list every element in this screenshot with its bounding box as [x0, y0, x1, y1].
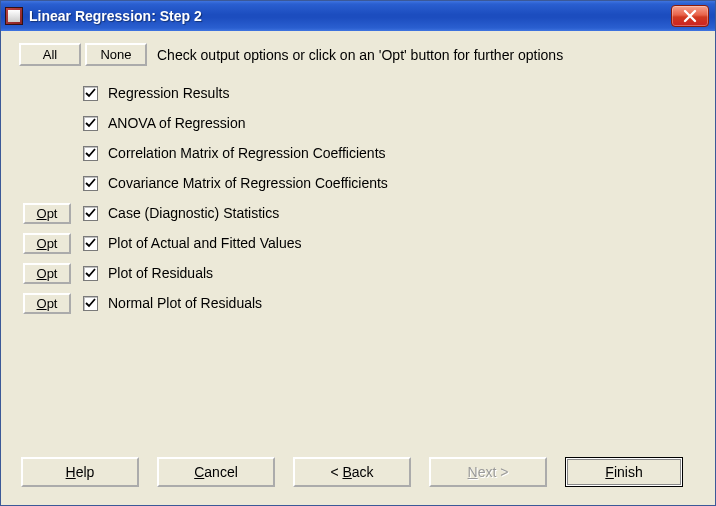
option-row: Correlation Matrix of Regression Coeffic…	[23, 138, 697, 168]
checkbox[interactable]	[83, 146, 98, 161]
checkbox[interactable]	[83, 236, 98, 251]
cancel-button[interactable]: Cancel	[157, 457, 275, 487]
app-icon	[5, 7, 23, 25]
opt-button[interactable]: Opt	[23, 203, 71, 224]
option-label: Plot of Actual and Fitted Values	[108, 235, 302, 251]
option-row: OptPlot of Residuals	[23, 258, 697, 288]
back-label: < Back	[330, 464, 373, 480]
opt-button[interactable]: Opt	[23, 263, 71, 284]
option-label: Case (Diagnostic) Statistics	[108, 205, 279, 221]
option-label: ANOVA of Regression	[108, 115, 245, 131]
none-button[interactable]: None	[85, 43, 147, 66]
client-area: All None Check output options or click o…	[1, 31, 715, 505]
help-label: Help	[66, 464, 95, 480]
finish-button[interactable]: Finish	[565, 457, 683, 487]
opt-button[interactable]: Opt	[23, 233, 71, 254]
next-label: Next >	[468, 464, 509, 480]
option-row: Covariance Matrix of Regression Coeffici…	[23, 168, 697, 198]
spacer	[19, 318, 697, 451]
checkbox[interactable]	[83, 176, 98, 191]
titlebar: Linear Regression: Step 2	[1, 1, 715, 31]
option-label: Covariance Matrix of Regression Coeffici…	[108, 175, 388, 191]
checkbox[interactable]	[83, 86, 98, 101]
checkbox[interactable]	[83, 266, 98, 281]
next-button: Next >	[429, 457, 547, 487]
option-label: Normal Plot of Residuals	[108, 295, 262, 311]
checkbox[interactable]	[83, 296, 98, 311]
finish-label: Finish	[605, 464, 642, 480]
instruction-text: Check output options or click on an 'Opt…	[157, 47, 563, 63]
top-row: All None Check output options or click o…	[19, 43, 697, 66]
all-button[interactable]: All	[19, 43, 81, 66]
option-row: OptPlot of Actual and Fitted Values	[23, 228, 697, 258]
option-label: Plot of Residuals	[108, 265, 213, 281]
checkbox[interactable]	[83, 116, 98, 131]
option-row: OptNormal Plot of Residuals	[23, 288, 697, 318]
window-title: Linear Regression: Step 2	[29, 8, 671, 24]
checkbox[interactable]	[83, 206, 98, 221]
cancel-label: Cancel	[194, 464, 238, 480]
option-row: Regression Results	[23, 78, 697, 108]
option-label: Correlation Matrix of Regression Coeffic…	[108, 145, 386, 161]
option-label: Regression Results	[108, 85, 229, 101]
dialog-window: Linear Regression: Step 2 All None Check…	[0, 0, 716, 506]
back-button[interactable]: < Back	[293, 457, 411, 487]
button-bar: Help Cancel < Back Next > Finish	[19, 451, 697, 497]
close-icon	[683, 9, 697, 23]
opt-button[interactable]: Opt	[23, 293, 71, 314]
options-list: Regression ResultsANOVA of RegressionCor…	[23, 78, 697, 318]
help-button[interactable]: Help	[21, 457, 139, 487]
option-row: ANOVA of Regression	[23, 108, 697, 138]
option-row: OptCase (Diagnostic) Statistics	[23, 198, 697, 228]
close-button[interactable]	[671, 5, 709, 27]
